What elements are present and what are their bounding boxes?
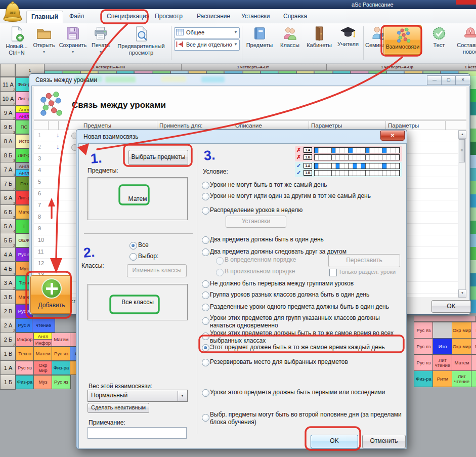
lesson-cell[interactable]: Рус яз	[52, 347, 71, 361]
class-label[interactable]: 3 А2	[0, 275, 16, 290]
lesson-cell[interactable]: чтение	[32, 318, 55, 333]
lesson-cell[interactable]: Рус яз	[52, 375, 71, 389]
condition-radio-9[interactable]	[202, 333, 209, 340]
class-label[interactable]: 6 Б2	[0, 204, 16, 220]
class-label[interactable]: 4 Б1	[0, 261, 16, 276]
class-label[interactable]: 3 Б	[0, 289, 16, 305]
ok-button[interactable]: OK	[311, 435, 358, 448]
condition-radio-5[interactable]	[202, 280, 209, 288]
scroll-down-icon[interactable]: ▼	[458, 289, 466, 298]
condition-radio-6[interactable]	[202, 292, 209, 299]
save-button[interactable]: Сохранить ▾	[58, 24, 88, 63]
lesson-cell[interactable]: Физ-ра	[52, 361, 71, 375]
column-header[interactable]: Описание	[235, 122, 262, 129]
menu-item-расписание[interactable]: Расписание	[192, 11, 235, 22]
class-label[interactable]: 8 А	[0, 134, 16, 149]
lesson-cell[interactable]: Окр мир	[452, 322, 472, 339]
class-label[interactable]: 9 Б3	[0, 119, 16, 135]
class-label[interactable]: 5 А4	[0, 219, 16, 234]
order-fixed-radio[interactable]	[216, 257, 224, 265]
classes-all-radio[interactable]	[129, 242, 137, 250]
open-button[interactable]: Открыть ▾	[31, 24, 57, 63]
menu-item-просмотр[interactable]: Просмотр	[150, 11, 187, 22]
lesson-cell[interactable]: Матем	[52, 333, 71, 347]
condition-option-label[interactable]: Два предмета должны быть в один день	[210, 236, 403, 243]
maximize-button[interactable]: ▢	[441, 75, 456, 85]
classes-choice-radio[interactable]	[129, 253, 137, 261]
lesson-cell[interactable]: Изо	[432, 338, 453, 355]
class-label[interactable]: 4 А	[0, 247, 16, 262]
class-label[interactable]: 8 Б3	[0, 148, 16, 163]
deactivate-button[interactable]: Сделать неактивным	[88, 403, 149, 413]
menu-item-главный[interactable]: Главный	[26, 11, 63, 23]
relations-button[interactable]: Взаимосвязи	[383, 25, 422, 55]
condition-radio-2[interactable]	[202, 207, 209, 215]
scrollbar[interactable]: ▲ ▼ ≡	[458, 130, 466, 297]
close-icon[interactable]: ✕	[380, 131, 405, 141]
condition-radio-0[interactable]	[202, 182, 209, 189]
condition-radio-11[interactable]	[202, 359, 209, 366]
class-label[interactable]: 10 А2	[0, 91, 16, 106]
print-preview-button[interactable]: Предварительный просмотр	[113, 24, 169, 63]
lesson-cell[interactable]: Рус яз	[414, 322, 434, 339]
condition-option-label[interactable]: Уроки не могут быть в тот же самый день	[210, 181, 403, 189]
lesson-cell[interactable]: Лит чтение	[432, 354, 453, 371]
menu-item-установки[interactable]: Установки	[237, 11, 274, 22]
condition-option-label[interactable]: Резервировать место для выбранных предме…	[210, 358, 403, 366]
condition-option-label[interactable]: Разделенные уроки одного предмета должны…	[210, 303, 403, 311]
class-label[interactable]: 11 А2	[0, 77, 16, 92]
class-label[interactable]: 9 А2	[0, 105, 16, 120]
class-label[interactable]: 6 А3	[0, 190, 16, 205]
lesson-cell[interactable]: Техно	[15, 347, 34, 361]
only-split-checkbox[interactable]	[329, 269, 337, 276]
condition-radio-8[interactable]	[202, 317, 209, 325]
condition-option-label[interactable]: Уроки этих предметов должны быть в то же…	[210, 329, 403, 345]
lesson-cell[interactable]: Ма	[471, 338, 476, 355]
lesson-cell[interactable]: Инфор	[15, 333, 34, 347]
condition-radio-1[interactable]	[202, 193, 209, 200]
class-label[interactable]: 2 А2	[0, 318, 16, 333]
app-logo-bell-icon[interactable]: asc	[2, 1, 24, 26]
condition-option-label[interactable]: Распределение уроков в неделю	[210, 206, 403, 214]
subjects-button[interactable]: Предметы	[244, 24, 275, 63]
note-input[interactable]	[88, 427, 187, 439]
menu-item-справка[interactable]: Справка	[279, 11, 312, 22]
move-down-icon[interactable]: ↓	[56, 131, 60, 139]
column-header[interactable]: Параметры	[311, 122, 342, 129]
class-label[interactable]: 1 В	[0, 346, 16, 361]
lesson-cell[interactable]: Рус яз	[414, 354, 434, 371]
class-label[interactable]: 7 А1	[0, 162, 16, 177]
condition-option-label[interactable]: Выбр. предметы могут быть во второй поло…	[210, 411, 403, 426]
subjects-listbox[interactable]: Матем	[88, 177, 188, 220]
condition-option-label[interactable]: Этот предмет должен быть в то же самое в…	[210, 344, 403, 351]
condition-option-label[interactable]: Уроки этих предметов для групп указанных…	[210, 314, 403, 329]
lesson-cell[interactable]: И	[471, 354, 476, 371]
lesson-cell[interactable]: Физ-ра	[15, 375, 34, 389]
weight-dropdown[interactable]: Нормальный ▼	[88, 390, 188, 402]
condition-radio-4[interactable]	[202, 248, 209, 256]
condition-radio-7[interactable]	[202, 304, 209, 311]
lesson-cell[interactable]: Ритм	[432, 370, 453, 387]
condition-option-label[interactable]: Не должно быть перерыва между группами у…	[210, 280, 403, 287]
classes-listbox[interactable]: Все классы	[88, 284, 188, 320]
lesson-cell[interactable]: Инфор	[33, 339, 53, 347]
column-header[interactable]: Применить для:	[159, 122, 202, 129]
lesson-cell[interactable]: Матем	[452, 354, 472, 371]
classes-button[interactable]: Классы	[276, 24, 304, 63]
menu-item-файл[interactable]: Файл	[65, 11, 89, 22]
class-label[interactable]: 2 В	[0, 304, 16, 319]
column-header[interactable]: Предметы	[83, 122, 111, 129]
swap-button[interactable]: Переставить	[328, 254, 400, 267]
rooms-button[interactable]: Кабинеты	[305, 24, 334, 63]
ok-button[interactable]: OK	[431, 300, 471, 313]
lesson-cell[interactable]	[432, 322, 453, 339]
minimize-button[interactable]: —	[427, 75, 442, 85]
class-label[interactable]: 7 Б2	[0, 176, 16, 191]
class-label[interactable]: 2 Б2	[0, 332, 16, 347]
days-combo[interactable]: Все дни отдельно ▼	[174, 39, 240, 51]
lesson-cell[interactable]: Лит чтение	[452, 370, 472, 387]
condition-radio-3[interactable]	[202, 236, 209, 244]
lesson-cell[interactable]: Ру	[471, 370, 476, 387]
lesson-cell[interactable]: Ри	[471, 322, 476, 339]
print-button[interactable]: Печать ▾	[89, 24, 112, 63]
